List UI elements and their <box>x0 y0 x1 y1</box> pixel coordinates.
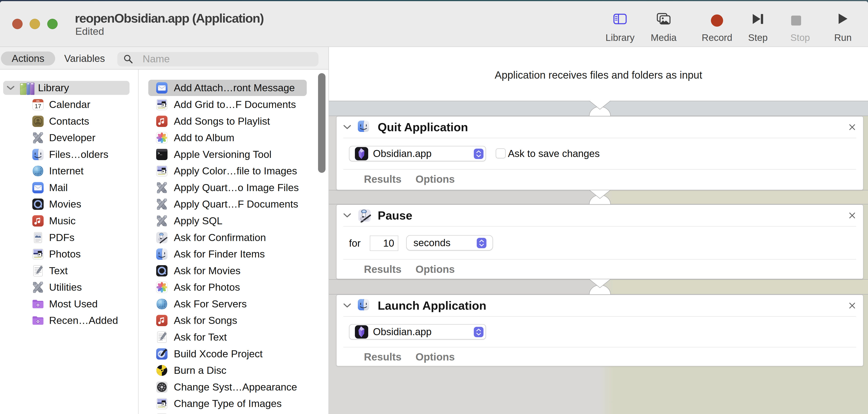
svg-text:17: 17 <box>35 103 41 109</box>
svg-text:JUL: JUL <box>36 100 40 102</box>
svg-text:>_: >_ <box>158 151 162 156</box>
